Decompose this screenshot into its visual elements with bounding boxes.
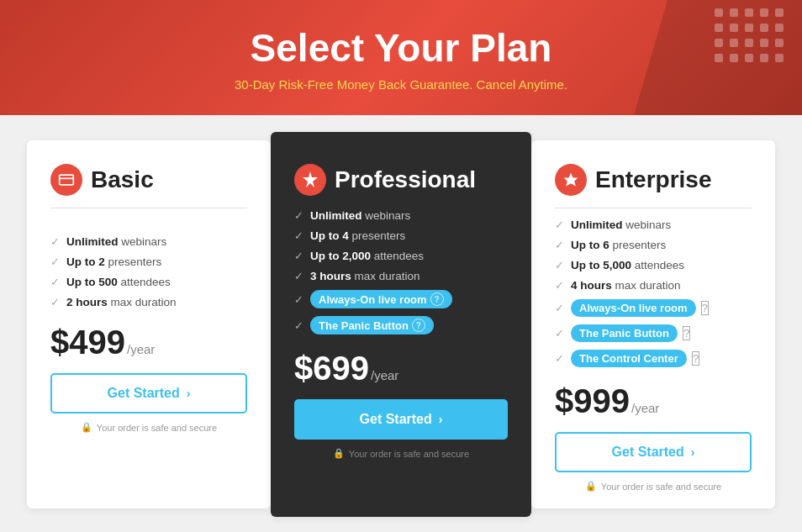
enterprise-cta-button[interactable]: Get Started ›: [555, 432, 752, 472]
check-icon: ✓: [555, 239, 564, 251]
basic-secure-text: Your order is safe and secure: [97, 423, 217, 433]
page-title: Select Your Plan: [17, 25, 785, 71]
basic-price-period: /year: [127, 342, 155, 356]
basic-features: ✓ Unlimited webinars ✓ Up to 2 presenter…: [50, 235, 247, 308]
basic-icon: [50, 164, 82, 196]
basic-feature-3: ✓ Up to 500 attendees: [50, 276, 247, 288]
pro-feature-2: ✓ Up to 4 presenters: [294, 229, 508, 242]
pro-secure-text: Your order is safe and secure: [349, 449, 469, 459]
info-icon[interactable]: ?: [692, 351, 700, 366]
ent-always-on-badge: Always-On live room: [571, 299, 696, 317]
check-icon: ✓: [294, 270, 303, 282]
pro-price-period: /year: [371, 368, 398, 382]
panic-button-badge: The Panic Button ?: [310, 316, 434, 334]
pro-plan-name: Professional: [335, 166, 476, 193]
pro-price-amount: $699: [294, 350, 369, 387]
plan-professional: Professional ✓ Unlimited webinars ✓ Up t…: [271, 132, 531, 517]
info-icon[interactable]: ?: [701, 301, 710, 315]
pro-feature-1: ✓ Unlimited webinars: [294, 209, 508, 222]
check-icon: ✓: [294, 209, 303, 222]
basic-feature-2: ✓ Up to 2 presenters: [50, 255, 247, 268]
ent-feature-1: ✓ Unlimited webinars: [555, 219, 752, 231]
lock-icon: 🔒: [585, 481, 597, 492]
check-icon: ✓: [294, 229, 303, 242]
enterprise-plan-name: Enterprise: [595, 166, 712, 193]
ent-panic-button-badge: The Panic Button: [571, 324, 678, 342]
check-icon: ✓: [555, 327, 564, 340]
enterprise-price: $999 /year: [555, 382, 752, 420]
pro-icon: [294, 164, 326, 196]
info-icon[interactable]: ?: [683, 326, 691, 340]
basic-feature-1: ✓ Unlimited webinars: [50, 235, 247, 248]
basic-plan-name: Basic: [91, 166, 154, 193]
enterprise-secure-note: 🔒 Your order is safe and secure: [555, 481, 752, 492]
info-icon[interactable]: ?: [412, 319, 425, 332]
lock-icon: 🔒: [81, 422, 92, 433]
check-icon: ✓: [294, 319, 303, 332]
ent-feature-4: ✓ 4 hours max duration: [555, 279, 752, 292]
ent-feature-7: ✓ The Control Center ?: [555, 350, 752, 367]
pro-cta-label: Get Started: [360, 412, 432, 427]
enterprise-header: Enterprise: [555, 164, 752, 208]
svg-marker-3: [564, 173, 578, 187]
ent-feature-5: ✓ Always-On live room ?: [555, 299, 752, 317]
svg-marker-2: [303, 171, 318, 187]
pro-feature-4: ✓ 3 hours max duration: [294, 270, 508, 282]
ent-feature-6: ✓ The Panic Button ?: [555, 324, 752, 342]
check-icon: ✓: [50, 255, 60, 268]
enterprise-features: ✓ Unlimited webinars ✓ Up to 6 presenter…: [555, 219, 752, 367]
svg-rect-0: [60, 175, 74, 185]
plan-enterprise: Enterprise ✓ Unlimited webinars ✓ Up to …: [531, 140, 775, 508]
chevron-right-icon: ›: [187, 387, 191, 400]
pro-cta-button[interactable]: Get Started ›: [294, 399, 508, 440]
pro-secure-note: 🔒 Your order is safe and secure: [294, 448, 508, 459]
basic-header: Basic: [50, 164, 247, 208]
check-icon: ✓: [50, 276, 60, 288]
plan-basic: Basic ✓ Unlimited webinars ✓ Up to 2 pre…: [27, 140, 271, 508]
check-icon: ✓: [294, 293, 303, 306]
pro-header: Professional: [294, 164, 508, 196]
pro-feature-6: ✓ The Panic Button ?: [294, 316, 508, 334]
ent-control-center-badge: The Control Center: [571, 350, 687, 367]
pro-features: ✓ Unlimited webinars ✓ Up to 4 presenter…: [294, 209, 508, 334]
chevron-right-icon: ›: [691, 445, 695, 459]
pro-price: $699 /year: [294, 350, 508, 387]
ent-feature-3: ✓ Up to 5,000 attendees: [555, 259, 752, 271]
check-icon: ✓: [555, 302, 564, 314]
basic-secure-note: 🔒 Your order is safe and secure: [50, 422, 247, 433]
lock-icon: 🔒: [333, 448, 345, 459]
basic-feature-4: ✓ 2 hours max duration: [50, 296, 247, 308]
basic-cta-label: Get Started: [108, 386, 180, 401]
ent-cta-label: Get Started: [612, 445, 684, 460]
ent-secure-text: Your order is safe and secure: [601, 482, 721, 492]
ent-feature-2: ✓ Up to 6 presenters: [555, 239, 752, 251]
check-icon: ✓: [555, 259, 564, 271]
check-icon: ✓: [555, 279, 564, 292]
pro-feature-3: ✓ Up to 2,000 attendees: [294, 250, 508, 262]
check-icon: ✓: [555, 219, 564, 231]
check-icon: ✓: [555, 352, 564, 365]
info-icon[interactable]: ?: [430, 292, 444, 306]
check-icon: ✓: [50, 296, 60, 308]
page-header: Select Your Plan 30-Day Risk-Free Money …: [0, 0, 802, 115]
basic-cta-button[interactable]: Get Started ›: [50, 373, 247, 413]
header-subtitle: 30-Day Risk-Free Money Back Guarantee. C…: [17, 77, 785, 92]
ent-price-amount: $999: [555, 382, 630, 420]
basic-price-amount: $499: [50, 324, 125, 361]
ent-price-period: /year: [631, 401, 659, 415]
check-icon: ✓: [294, 250, 303, 262]
pro-feature-5: ✓ Always-On live room ?: [294, 290, 508, 308]
always-on-badge: Always-On live room ?: [310, 290, 452, 308]
check-icon: ✓: [50, 235, 60, 248]
enterprise-icon: [555, 164, 587, 196]
plans-container: Basic ✓ Unlimited webinars ✓ Up to 2 pre…: [0, 115, 802, 532]
basic-price: $499 /year: [50, 324, 247, 361]
chevron-right-icon: ›: [439, 413, 443, 426]
